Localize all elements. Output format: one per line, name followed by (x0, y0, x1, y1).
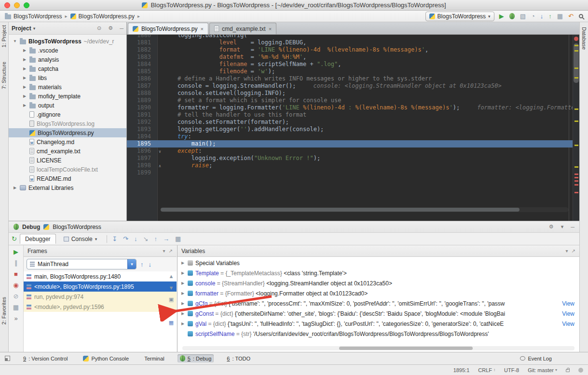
line-number[interactable]: 1898 (127, 162, 158, 169)
code-text[interactable]: logging.getLogger('').addHandler(console… (158, 126, 573, 133)
tree-item-.gitignore[interactable]: .gitignore (9, 110, 126, 119)
toolbutton-terminal[interactable]: Terminal (142, 355, 167, 362)
frame-row[interactable]: <module>, pydevd.py:1596 (24, 302, 177, 312)
commit-changes-icon[interactable]: ↑ (548, 13, 552, 19)
code-editor[interactable]: 1880 logging.basicConfig(1881 level = lo… (127, 35, 573, 221)
tree-item-external-libraries[interactable]: ▶ External Libraries (9, 183, 126, 192)
force-step-into-icon[interactable]: ↘ (143, 236, 149, 242)
line-separator-select[interactable]: CRLF↕ (478, 367, 495, 373)
close-tab-icon[interactable]: × (201, 26, 204, 32)
rerun-icon[interactable]: ↻ (12, 235, 17, 242)
tree-item-output[interactable]: ▶output (9, 101, 126, 110)
frame-row[interactable]: main, BlogsToWordpress.py:1480 (24, 271, 177, 281)
warning-mark[interactable] (574, 77, 578, 79)
fold-marker-icon[interactable]: ∨ (159, 148, 161, 155)
line-number[interactable]: 1889 (127, 97, 158, 104)
next-frame-icon[interactable]: ↓ (149, 261, 152, 268)
code-text[interactable]: datefmt = '%m-%d %H:%M', (158, 54, 573, 61)
code-text[interactable]: try: (158, 133, 573, 140)
frame-row[interactable]: <module>, BlogsToWordpress.py:1895 (24, 281, 177, 292)
show-execution-point-icon[interactable]: ↧ (112, 236, 117, 242)
scrollbar-thumb[interactable] (339, 347, 472, 350)
line-number[interactable]: 1894 (127, 133, 158, 140)
layout-settings-icon[interactable]: ▦ (11, 302, 21, 312)
expand-arrow-icon[interactable]: ▶ (22, 76, 27, 80)
toolbutton-version-control[interactable]: 9: Version Control (21, 355, 70, 362)
tab-blogstowordpress-py[interactable]: BlogsToWordpress.py × (128, 23, 208, 34)
tree-item-cmd_example.txt[interactable]: cmd_example.txt (9, 147, 126, 156)
code-text[interactable]: raise; (158, 162, 573, 169)
code-text[interactable]: # define a Handler which writes INFO mes… (158, 75, 573, 82)
variable-row[interactable]: ▶console = {StreamHandler} <logging.Stre… (178, 278, 579, 288)
tree-item-localTempCookieFile.txt[interactable]: localTempCookieFile.txt (9, 165, 126, 174)
run-to-cursor-icon[interactable]: → (163, 236, 169, 242)
mute-breakpoints-icon[interactable]: ⊘ (11, 291, 21, 301)
settings-icon[interactable]: ⚙ (549, 224, 554, 230)
line-number[interactable]: 1883 (127, 54, 158, 61)
line-number[interactable]: 1890 (127, 104, 158, 111)
breadcrumb-file[interactable]: BlogsToWordpress.py (70, 13, 135, 20)
tool-stripe-favorites[interactable]: 2: Favorites (1, 297, 7, 324)
line-number[interactable]: 1881 (127, 39, 158, 46)
error-mark[interactable] (574, 177, 578, 178)
line-number[interactable]: 1899 (127, 169, 158, 176)
scrollbar-thumb[interactable] (161, 208, 520, 212)
line-number[interactable]: 1887 (127, 82, 158, 90)
line-number[interactable]: 1886 (127, 75, 158, 82)
more-options-icon[interactable]: » (11, 313, 21, 323)
locate-icon[interactable]: ⊙ (97, 25, 101, 31)
error-mark[interactable] (574, 180, 578, 182)
hide-panel-icon[interactable]: ─ (571, 224, 574, 230)
expand-arrow-icon[interactable]: ▶ (180, 311, 185, 316)
code-text[interactable]: # set a format which is simpler for cons… (158, 97, 573, 104)
tree-item-Changelog.md[interactable]: Changelog.md (9, 137, 126, 147)
code-text[interactable]: console.setLevel(logging.INFO); (158, 90, 573, 97)
code-text[interactable]: console = logging.StreamHandler();consol… (158, 82, 573, 90)
tree-item-.vscode[interactable]: ▶.vscode (9, 46, 126, 55)
code-text[interactable]: console.setFormatter(formatter); (158, 119, 573, 126)
file-encoding-select[interactable]: UTF-8 (504, 367, 519, 373)
resume-icon[interactable]: ▶ (11, 247, 21, 256)
debug-icon[interactable] (509, 13, 515, 19)
collapse-icon[interactable]: ▾ (566, 248, 568, 254)
step-into-icon[interactable]: ↓ (134, 236, 137, 242)
line-number[interactable]: 1896 (127, 147, 158, 155)
run-icon[interactable]: ▶ (499, 13, 504, 19)
toolbutton-todo[interactable]: 6: TODO (224, 355, 253, 362)
variable-row[interactable]: ▶Template = {_TemplateMetaclass} <class … (178, 268, 579, 278)
git-branch-widget[interactable]: Git: master▾ (528, 367, 557, 373)
expand-arrow-icon[interactable]: ▶ (22, 94, 27, 98)
toolbutton-event-log[interactable]: Event Log (518, 355, 554, 362)
tree-item-materials[interactable]: ▶materials (9, 82, 126, 92)
float-panel-icon[interactable]: ↗ (169, 248, 173, 254)
error-mark[interactable] (574, 174, 578, 175)
view-link[interactable]: View (557, 300, 574, 307)
project-panel-title[interactable]: Project (12, 25, 31, 32)
code-text[interactable]: formatter = logging.Formatter('LINE %(li… (158, 104, 573, 111)
coverage-icon[interactable]: ▧ (520, 13, 526, 19)
line-number[interactable]: 1893 (127, 126, 158, 133)
code-text[interactable]: except: (158, 147, 573, 155)
bottom-frame-icon[interactable]: ▼ (169, 285, 174, 291)
code-text[interactable]: filename = scriptSelfName + ".log", (158, 61, 573, 68)
toggle-tool-stripes-icon[interactable] (5, 356, 10, 361)
line-number[interactable]: 1891 (127, 111, 158, 119)
variable-row[interactable]: ▶Special Variables (178, 258, 579, 268)
revert-icon[interactable]: ↶ (568, 13, 574, 19)
expand-arrow-icon[interactable]: ▶ (22, 67, 27, 71)
variable-row[interactable]: ▶formatter = {Formatter} <logging.Format… (178, 288, 579, 298)
toolbutton-python-console[interactable]: Python Console (81, 355, 131, 362)
view-link[interactable]: View (557, 310, 574, 317)
view-breakpoints-icon[interactable]: ◉ (11, 280, 21, 290)
toolbutton-debug[interactable]: 5: Debug (178, 354, 214, 362)
fold-marker-icon[interactable]: ∧ (159, 162, 161, 170)
settings-icon[interactable]: ⚙ (108, 25, 113, 31)
compare-icon[interactable]: ▦ (557, 13, 563, 19)
warning-mark[interactable] (574, 121, 578, 122)
warning-mark[interactable] (574, 108, 578, 110)
tool-stripe-structure[interactable]: 7: Structure (1, 62, 7, 89)
caret-position[interactable]: 1895:1 (453, 367, 470, 373)
close-tab-icon[interactable]: × (269, 26, 272, 32)
update-project-icon[interactable]: ↓ (540, 13, 544, 19)
warning-mark[interactable] (574, 45, 578, 46)
